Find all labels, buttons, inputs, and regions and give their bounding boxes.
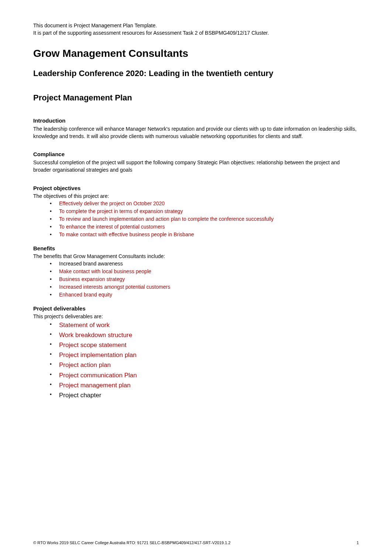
list-item: Project action plan [50,360,359,370]
list-item: Make contact with local business people [50,268,359,275]
list-item: Project scope statement [50,340,359,350]
objectives-list: Effectively deliver the project on Octob… [50,200,359,238]
list-item: Increased interests amongst potential cu… [50,283,359,291]
compliance-section: Compliance Successful completion of the … [33,151,359,174]
header-line-1: This document is Project Management Plan… [33,22,359,30]
section-title: Project Management Plan [33,93,359,103]
introduction-body: The leadership conference will enhance M… [33,126,359,140]
deliverables-list: Statement of work Work breakdown structu… [50,320,359,401]
sub-title: Leadership Conference 2020: Leading in t… [33,69,359,78]
objectives-intro: The objectives of this project are: [33,193,359,199]
list-item: Project management plan [50,380,359,390]
header-note: This document is Project Management Plan… [33,22,359,37]
header-line-2: It is part of the supporting assessment … [33,30,359,37]
footer: © RTO Works 2019 SELC Career College Aus… [33,540,359,545]
benefits-intro: The benefits that Grow Management Consul… [33,253,359,259]
main-title: Grow Management Consultants [33,48,359,59]
list-item: To make contact with effective business … [50,231,359,238]
objectives-heading: Project objectives [33,185,359,191]
list-item: Project communication Plan [50,370,359,380]
list-item: Project implementation plan [50,350,359,360]
introduction-section: Introduction The leadership conference w… [33,117,359,140]
list-item: Effectively deliver the project on Octob… [50,200,359,207]
benefits-heading: Benefits [33,245,359,251]
list-item: To review and launch implementation and … [50,215,359,223]
objectives-section: Project objectives The objectives of thi… [33,185,359,238]
list-item: Statement of work [50,320,359,330]
footer-left: © RTO Works 2019 SELC Career College Aus… [33,540,357,545]
page-number: 1 [357,540,359,545]
compliance-heading: Compliance [33,151,359,157]
list-item: To complete the project in terms of expa… [50,207,359,215]
benefits-list: Increased brand awareness Make contact w… [50,260,359,299]
introduction-heading: Introduction [33,117,359,124]
compliance-body: Successful completion of the project wil… [33,159,359,174]
deliverables-intro: This project's deliverables are: [33,313,359,319]
list-item: Enhanced brand equity [50,291,359,299]
list-item: Project chapter [50,390,359,400]
deliverables-heading: Project deliverables [33,305,359,312]
list-item: Work breakdown structure [50,330,359,340]
benefits-section: Benefits The benefits that Grow Manageme… [33,245,359,299]
list-item: Business expansion strategy [50,275,359,283]
list-item: Increased brand awareness [50,260,359,268]
list-item: To enhance the interest of potential cus… [50,223,359,231]
deliverables-section: Project deliverables This project's deli… [33,305,359,401]
